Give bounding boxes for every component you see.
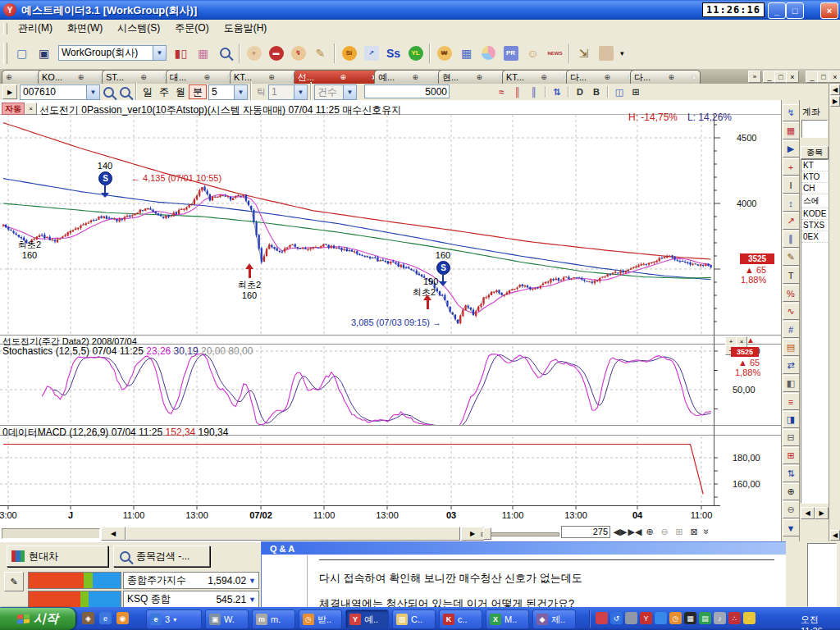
tab-overflow-icon[interactable]: » (748, 71, 761, 83)
tab-선...[interactable]: 선...⊕× (294, 70, 381, 84)
task-receive[interactable]: ◷받.. (299, 609, 342, 629)
bars-count-input[interactable]: 275 (561, 526, 610, 538)
pin-icon[interactable]: ⊕ (78, 73, 84, 81)
symbol-search-button[interactable]: 종목검색 -... (113, 546, 210, 567)
pin-icon[interactable]: ⊕ (668, 73, 674, 81)
calendar-search-icon[interactable]: ▦ (456, 43, 477, 64)
task-excel[interactable]: XM.. (486, 609, 529, 629)
ball-icon[interactable] (596, 612, 608, 624)
pointer-icon[interactable]: ▶ (783, 140, 800, 158)
ie-icon[interactable]: e (99, 612, 112, 624)
wave-icon[interactable]: ∿ (783, 303, 800, 320)
collapse-panel-icon[interactable]: ⊟ (783, 429, 800, 446)
holding-row[interactable]: 스에 (801, 194, 828, 208)
chart-page-b-icon[interactable]: B (589, 85, 604, 98)
expand-icon[interactable]: ⇲ (573, 43, 594, 64)
menu-item[interactable]: 관리(M) (11, 21, 60, 35)
zoomarea-icon[interactable]: ⊕ (783, 483, 800, 500)
task-m[interactable]: mm. (252, 609, 295, 629)
shrink-icon[interactable]: ⊖ (783, 501, 800, 518)
tab-KT...[interactable]: KT...⊕× (502, 70, 573, 84)
task-yestrader[interactable]: Y예.. (345, 609, 389, 629)
restore-button[interactable]: □ (786, 2, 804, 19)
volume-icon[interactable]: ♪ (714, 612, 726, 624)
pie-chart-icon[interactable] (478, 43, 499, 64)
count-input[interactable] (364, 84, 450, 98)
step-icon[interactable]: ◀▶ (614, 526, 627, 538)
memo-icon[interactable]: ✎ (310, 43, 331, 64)
text-tool-icon[interactable]: T (783, 267, 800, 284)
network-icon[interactable] (655, 612, 667, 624)
minute-combo[interactable]: 5 ▼ (208, 84, 248, 100)
holding-row[interactable]: KODE (801, 208, 828, 220)
pin-icon[interactable]: ⊕ (140, 73, 147, 81)
period-분-button[interactable]: 분 (189, 84, 207, 99)
task-w[interactable]: ▣W. (205, 609, 249, 629)
holding-row[interactable]: 0EX (801, 231, 828, 243)
rows-icon[interactable]: ≡ (783, 393, 800, 410)
pin-icon[interactable]: ⊕ (340, 73, 346, 81)
scroll-left-icon[interactable]: ◀ (801, 507, 815, 519)
edit-indices-button[interactable]: ✎ (4, 572, 24, 591)
task-c[interactable]: Kc.. (439, 609, 482, 629)
refresh-icon[interactable]: ↯ (783, 104, 800, 121)
ss-icon[interactable]: Ss (383, 43, 404, 64)
titlebar[interactable]: Y 예스트레이더3.1 [WorkGroup(회사)] 11:26:16 _ □… (0, 0, 840, 20)
si-coin-icon[interactable]: Si (339, 43, 359, 64)
scroll-left-icon[interactable]: ◀ (830, 84, 840, 95)
media-icon[interactable]: ◉ (116, 612, 129, 624)
pin-icon[interactable]: ⊕ (203, 73, 210, 81)
menu-item[interactable]: 주문(O) (167, 21, 216, 35)
holding-row[interactable]: STXS (801, 220, 828, 231)
pin-icon[interactable]: ⊕ (6, 73, 12, 81)
pencil-icon[interactable]: ✎ (783, 249, 800, 266)
tv-chart-icon[interactable]: ↗ (361, 43, 381, 64)
news-icon[interactable]: NEWS (545, 43, 565, 64)
candle-chart-icon[interactable]: ▮▯ (171, 43, 191, 64)
money-bag-icon[interactable]: ₩ (434, 43, 454, 64)
chevron-double-down-icon[interactable]: » (701, 529, 712, 535)
close-icon[interactable]: × (25, 103, 37, 115)
period-주-button[interactable]: 주 (156, 85, 172, 98)
pin-icon[interactable]: ⊕ (268, 73, 275, 81)
stock-shortcut-button[interactable]: 현대차 (7, 546, 108, 567)
crosshair-icon[interactable]: + (783, 158, 800, 176)
period-일-button[interactable]: 일 (139, 85, 156, 98)
qna-window[interactable]: Q & A 다시 접속하여 확인해 보니깐 매수청산 신호가 없는데도 체결내역… (261, 541, 788, 608)
expand-panel-icon[interactable]: ⊞ (783, 447, 800, 464)
sync-icon[interactable]: ↺ (610, 612, 623, 624)
chart-candle-settings-icon[interactable]: ◫ (612, 85, 627, 98)
save-icon[interactable]: ▣ (34, 43, 54, 64)
menu-item[interactable]: 도움말(H) (217, 21, 275, 35)
closechart-icon[interactable]: ⊠ (687, 526, 701, 538)
new-page-icon[interactable]: ▢ (11, 43, 32, 64)
close-button[interactable]: × (820, 2, 838, 19)
period-월-button[interactable]: 월 (172, 85, 189, 98)
order-icon[interactable]: ● (244, 43, 264, 64)
workgroup-combo[interactable]: WorkGroup(회사) ▼ (58, 45, 167, 61)
mic-icon[interactable] (625, 612, 637, 624)
flash-icon[interactable]: ↯ (288, 43, 308, 64)
updown2-icon[interactable]: ⇅ (783, 465, 800, 482)
stop-icon[interactable]: ▬ (266, 43, 286, 64)
pin-icon[interactable]: ⊕ (604, 73, 610, 81)
chart-line-chart-icon[interactable]: ≈ (494, 85, 509, 98)
holding-row[interactable]: KTO (801, 171, 828, 183)
tab-현...[interactable]: 현...⊕× (438, 70, 509, 84)
pr-monitor-icon[interactable]: PR (500, 43, 521, 64)
hscrollbar-track[interactable] (2, 528, 100, 539)
tab-대...[interactable]: 대...⊕× (166, 70, 236, 84)
compare-icon[interactable]: ⇄ (783, 357, 800, 374)
index-row[interactable]: 종합주가지수1,594.02▼ (123, 572, 259, 589)
zoomin-icon[interactable]: ⊕ (643, 526, 656, 538)
close-mdi-button[interactable]: × (786, 71, 799, 83)
scroll-left-icon[interactable]: ◀ (830, 530, 840, 541)
fit-icon[interactable]: ▶◀ (628, 526, 641, 538)
monitor-icon[interactable]: ▤ (699, 612, 711, 624)
alert-icon[interactable]: ∴ (728, 612, 741, 624)
last-icon[interactable]: ▼ (783, 519, 800, 536)
holdings-list[interactable]: KTKTOCH스에KODESTXS0EX (801, 159, 829, 504)
hscrollbar-thumb[interactable] (126, 527, 460, 541)
scroll-left-button[interactable]: ◀ (101, 527, 126, 541)
menu-item[interactable]: 화면(W) (60, 21, 110, 35)
